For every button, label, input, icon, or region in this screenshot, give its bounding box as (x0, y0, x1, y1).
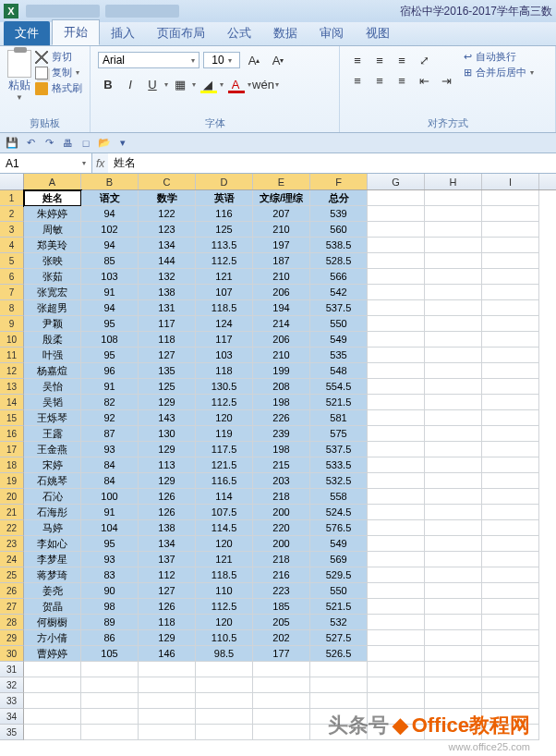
copy-button[interactable]: 复制▾ (35, 66, 82, 79)
row-header[interactable]: 18 (0, 457, 24, 473)
cell[interactable] (482, 536, 539, 552)
cell[interactable] (196, 662, 253, 677)
cell[interactable] (368, 630, 425, 646)
row-header[interactable]: 5 (0, 253, 24, 269)
tab-review[interactable]: 审阅 (308, 21, 355, 45)
cell[interactable]: 姓名 (24, 190, 81, 206)
cell[interactable] (482, 442, 539, 457)
cell[interactable]: 112.5 (196, 599, 253, 615)
new-button[interactable]: □ (78, 135, 94, 152)
italic-button[interactable]: I (120, 74, 140, 94)
cell[interactable] (482, 300, 539, 316)
cell[interactable]: 550 (310, 316, 368, 332)
cell[interactable] (253, 662, 310, 677)
cell[interactable] (368, 426, 425, 442)
cell[interactable] (368, 473, 425, 489)
cell[interactable]: 李如心 (24, 536, 81, 552)
cell[interactable]: 112.5 (196, 395, 253, 410)
cell[interactable] (310, 693, 368, 709)
cell[interactable] (368, 316, 425, 332)
cell[interactable] (425, 190, 482, 206)
cell[interactable]: 张映 (24, 253, 81, 269)
cell[interactable]: 周敏 (24, 222, 81, 238)
cell[interactable] (425, 206, 482, 222)
cell[interactable]: 马婷 (24, 520, 81, 536)
cell[interactable]: 532.5 (310, 473, 368, 489)
cell[interactable]: 554.5 (310, 379, 368, 395)
cell[interactable] (368, 190, 425, 206)
cell[interactable] (196, 709, 253, 725)
cell[interactable]: 126 (139, 505, 196, 520)
phonetic-button[interactable]: wén (253, 74, 273, 94)
cell[interactable] (482, 505, 539, 520)
orientation-button[interactable]: ⤢ (414, 50, 434, 70)
cell[interactable]: 118 (196, 363, 253, 379)
cell[interactable] (139, 677, 196, 693)
row-header[interactable]: 10 (0, 332, 24, 348)
row-header[interactable]: 24 (0, 552, 24, 567)
cell[interactable] (368, 253, 425, 269)
row-header[interactable]: 35 (0, 725, 24, 740)
cell[interactable] (368, 285, 425, 300)
cell[interactable]: 尹颖 (24, 316, 81, 332)
border-button[interactable]: ▦ (170, 74, 190, 94)
cell[interactable] (425, 332, 482, 348)
row-header[interactable]: 33 (0, 693, 24, 709)
cell[interactable] (368, 599, 425, 615)
cell[interactable]: 120 (196, 536, 253, 552)
row-header[interactable]: 20 (0, 489, 24, 505)
cell[interactable]: 532 (310, 615, 368, 630)
format-painter-button[interactable]: 格式刷 (35, 81, 82, 95)
cell[interactable]: 202 (253, 630, 310, 646)
cell[interactable]: 96 (81, 363, 139, 379)
cell[interactable]: 132 (139, 269, 196, 285)
cell[interactable]: 语文 (81, 190, 139, 206)
cell[interactable] (482, 662, 539, 677)
paste-button[interactable]: 粘贴 ▼ (7, 50, 31, 102)
cell[interactable]: 120 (196, 615, 253, 630)
cell[interactable]: 曹婷婷 (24, 646, 81, 662)
cell[interactable]: 86 (81, 630, 139, 646)
cell[interactable]: 蒋梦琦 (24, 567, 81, 583)
cell[interactable]: 89 (81, 615, 139, 630)
cell[interactable] (425, 583, 482, 599)
cell[interactable]: 198 (253, 395, 310, 410)
cell[interactable] (482, 332, 539, 348)
font-size-select[interactable]: 10▾ (203, 52, 240, 68)
wrap-text-button[interactable]: ↩自动换行 (464, 50, 534, 64)
cell[interactable]: 95 (81, 316, 139, 332)
cell[interactable] (482, 253, 539, 269)
cell[interactable]: 537.5 (310, 442, 368, 457)
cell[interactable] (425, 677, 482, 693)
cell[interactable]: 114.5 (196, 520, 253, 536)
cell[interactable]: 113 (139, 457, 196, 473)
cell[interactable] (482, 520, 539, 536)
cell[interactable]: 118 (139, 332, 196, 348)
formula-bar[interactable]: 姓名 (108, 153, 556, 173)
cell[interactable] (425, 316, 482, 332)
cell[interactable]: 103 (196, 348, 253, 363)
cell[interactable]: 138 (139, 520, 196, 536)
column-header[interactable]: B (81, 174, 139, 189)
cell[interactable]: 何橱橱 (24, 615, 81, 630)
cell[interactable] (425, 348, 482, 363)
cell[interactable]: 113.5 (196, 238, 253, 253)
cell[interactable]: 528.5 (310, 253, 368, 269)
row-header[interactable]: 15 (0, 410, 24, 426)
fx-icon[interactable]: fx (96, 157, 104, 170)
cell[interactable] (368, 615, 425, 630)
cell[interactable] (368, 583, 425, 599)
cell[interactable] (368, 363, 425, 379)
cell[interactable]: 100 (81, 489, 139, 505)
cell[interactable]: 王烁琴 (24, 410, 81, 426)
cell[interactable] (368, 567, 425, 583)
row-header[interactable]: 28 (0, 615, 24, 630)
cell[interactable] (139, 725, 196, 740)
cell[interactable]: 张茹 (24, 269, 81, 285)
row-header[interactable]: 3 (0, 222, 24, 238)
cell[interactable] (425, 379, 482, 395)
cell[interactable]: 533.5 (310, 457, 368, 473)
row-header[interactable]: 25 (0, 567, 24, 583)
row-header[interactable]: 11 (0, 348, 24, 363)
undo-button[interactable]: ↶ (22, 135, 39, 152)
